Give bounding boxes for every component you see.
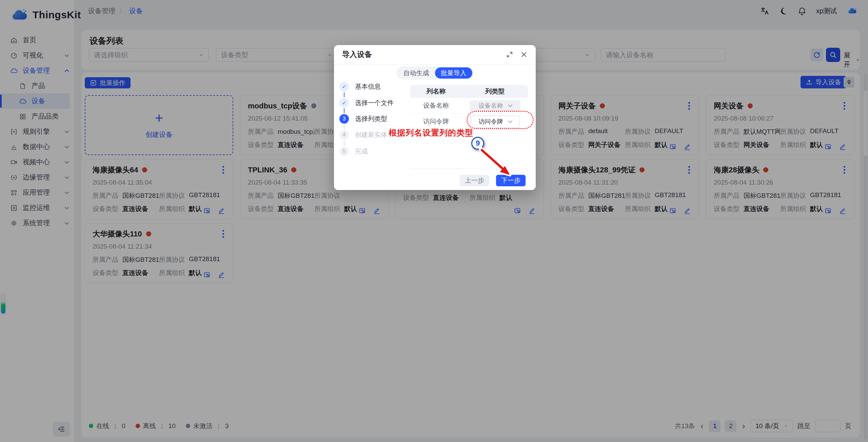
tab-auto-generate[interactable]: 自动生成 [398,67,435,79]
maximize-icon[interactable] [506,51,513,58]
step-number: 5 [339,147,349,156]
wizard-step-4: 4创建新实体 [339,130,387,140]
wizard-step-label: 创建新实体 [355,130,387,139]
tab-batch-import[interactable]: 批量导入 [435,67,472,79]
wizard-step-label: 选择一个文件 [355,99,394,107]
modal-header: 导入设备 [334,45,536,64]
step-number: 3 [339,114,349,124]
close-icon[interactable] [520,51,528,58]
step-check-icon: ✓ [339,98,349,108]
wizard-step-1: ✓基本信息 [339,82,381,91]
table-header: 列名称 列类型 [410,85,528,98]
wizard-step-label: 选择列类型 [355,114,387,123]
step-check-icon: ✓ [339,82,349,91]
step-connector [344,92,344,97]
step-connector [344,141,344,146]
wizard-step-label: 基本信息 [355,82,381,91]
wizard-step-2: ✓选择一个文件 [339,98,394,108]
column-type-select-1: 设备名称 [470,100,520,111]
column-name-header: 列名称 [410,87,462,96]
wizard-step-3: 3选择列类型 [339,114,387,124]
wizard-step-label: 完成 [355,147,368,156]
column-type-value: 设备名称 [479,102,503,110]
step-connector [344,124,344,129]
annotation-tip-text: 根据列名设置列的类型 [389,127,473,138]
annotation-arrow-icon [468,145,536,186]
annotation-highlight-oval [467,111,534,129]
import-mode-tabs: 自动生成 批量导入 [397,66,473,80]
modal-title: 导入设备 [342,49,372,60]
step-number: 4 [339,130,349,140]
column-type-header: 列类型 [462,87,528,96]
mapping-column-name: 设备名称 [410,101,462,110]
mapping-column-name: 访问令牌 [410,117,462,126]
chevron-down-icon [507,102,511,109]
step-connector [344,108,344,113]
wizard-step-5: 5完成 [339,147,368,156]
